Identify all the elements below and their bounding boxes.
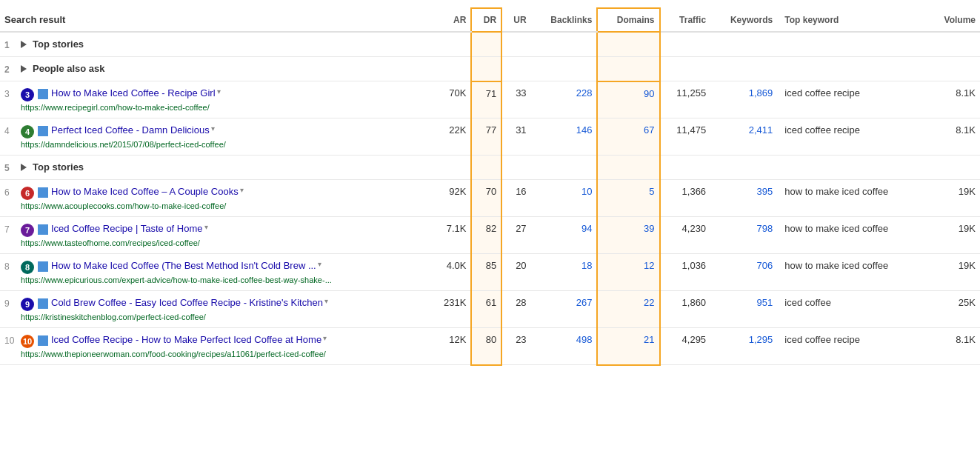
result-badge: 7 [21, 224, 34, 237]
favicon-icon [38, 126, 48, 136]
row-number: 3 [4, 89, 21, 99]
result-content: 6 How to Make Iced Coffee – A Couple Coo… [21, 186, 244, 210]
expand-icon[interactable] [21, 65, 27, 73]
section-title: Top stories [33, 161, 84, 173]
expand-icon[interactable] [21, 164, 27, 171]
result-link[interactable]: How to Make Iced Coffee (The Best Method… [51, 260, 316, 271]
dropdown-arrow-icon[interactable]: ▾ [211, 124, 215, 133]
section-volume [927, 57, 980, 81]
result-title-row: 7 Iced Coffee Recipe | Taste of Home ▾ [21, 223, 208, 237]
result-dr: 80 [471, 328, 501, 365]
result-traffic: 11,255 [660, 81, 711, 118]
section-cell: 2 People also ask [0, 57, 430, 81]
result-link[interactable]: Iced Coffee Recipe | Taste of Home [51, 223, 203, 234]
table-row: 7 7 Iced Coffee Recipe | Taste of Home ▾… [0, 217, 980, 254]
result-link[interactable]: Perfect Iced Coffee - Damn Delicious [51, 124, 210, 136]
dropdown-arrow-icon[interactable]: ▾ [240, 186, 244, 194]
result-link[interactable]: How to Make Iced Coffee - Recipe Girl [51, 87, 216, 98]
keywords-link[interactable]: 798 [757, 223, 773, 234]
result-traffic: 4,295 [660, 328, 711, 365]
keywords-link[interactable]: 706 [757, 260, 773, 271]
dropdown-arrow-icon[interactable]: ▾ [318, 260, 321, 268]
section-title: Top stories [33, 39, 84, 50]
section-ar [430, 32, 471, 57]
table-row: 3 3 How to Make Iced Coffee - Recipe Gir… [0, 81, 980, 118]
favicon-icon [38, 261, 48, 272]
section-backlinks [531, 156, 598, 180]
result-domains: 67 [597, 118, 659, 156]
result-badge: 3 [21, 88, 34, 101]
result-domains: 39 [597, 217, 659, 254]
keywords-link[interactable]: 2,411 [749, 124, 773, 136]
result-keywords: 706 [710, 254, 777, 291]
result-content: 7 Iced Coffee Recipe | Taste of Home ▾ h… [21, 223, 208, 247]
result-title-row: 4 Perfect Iced Coffee - Damn Delicious ▾ [21, 124, 226, 138]
result-dr: 85 [471, 254, 501, 291]
favicon-icon [38, 187, 48, 198]
result-dr: 71 [471, 81, 501, 118]
section-ur [501, 156, 530, 180]
result-top-keyword: how to make iced coffee [777, 254, 927, 291]
result-link[interactable]: How to Make Iced Coffee – A Couple Cooks [51, 186, 239, 197]
result-link[interactable]: Cold Brew Coffee - Easy Iced Coffee Reci… [51, 297, 323, 308]
row-number: 8 [4, 261, 21, 272]
serp-table: Search result AR DR UR Backlinks Domains… [0, 7, 980, 366]
table-row: 10 10 Iced Coffee Recipe - How to Make P… [0, 328, 980, 365]
result-dr: 77 [471, 118, 501, 156]
section-dr [471, 156, 501, 180]
result-content: 4 Perfect Iced Coffee - Damn Delicious ▾… [21, 124, 226, 149]
dropdown-arrow-icon[interactable]: ▾ [204, 223, 208, 231]
keywords-link[interactable]: 395 [757, 186, 773, 197]
col-header-top-keyword: Top keyword [777, 8, 927, 32]
result-ur: 28 [501, 291, 530, 328]
row-number: 4 [4, 126, 21, 136]
result-content: 10 Iced Coffee Recipe - How to Make Perf… [21, 334, 327, 358]
table-row: 9 9 Cold Brew Coffee - Easy Iced Coffee … [0, 291, 980, 328]
result-title-row: 9 Cold Brew Coffee - Easy Iced Coffee Re… [21, 297, 328, 311]
result-ar: 4.0K [430, 254, 471, 291]
keywords-link[interactable]: 1,295 [749, 334, 773, 345]
result-content: 3 How to Make Iced Coffee - Recipe Girl … [21, 87, 221, 112]
col-header-traffic: Traffic [660, 8, 711, 32]
result-top-keyword: iced coffee [777, 291, 927, 328]
section-traffic [660, 32, 711, 57]
result-backlinks: 94 [531, 217, 598, 254]
result-ur: 16 [501, 180, 530, 217]
keywords-link[interactable]: 1,869 [749, 87, 773, 98]
dropdown-arrow-icon[interactable]: ▾ [217, 87, 221, 96]
result-link[interactable]: Iced Coffee Recipe - How to Make Perfect… [51, 334, 321, 345]
result-top-keyword: how to make iced coffee [777, 180, 927, 217]
section-title: People also ask [33, 63, 105, 74]
row-number: 2 [4, 64, 21, 75]
result-backlinks: 10 [531, 180, 598, 217]
table-row: 6 6 How to Make Iced Coffee – A Couple C… [0, 180, 980, 217]
keywords-link[interactable]: 951 [757, 297, 773, 308]
dropdown-arrow-icon[interactable]: ▾ [323, 334, 327, 342]
result-ur: 23 [501, 328, 530, 365]
result-url: https://www.acouplecooks.com/how-to-make… [21, 201, 244, 210]
result-traffic: 4,230 [660, 217, 711, 254]
col-header-backlinks: Backlinks [531, 8, 598, 32]
result-volume: 25K [927, 291, 980, 328]
result-top-keyword: iced coffee recipe [777, 328, 927, 365]
result-badge: 4 [21, 125, 34, 138]
result-title-row: 6 How to Make Iced Coffee – A Couple Coo… [21, 186, 244, 200]
favicon-icon [38, 298, 48, 309]
result-cell: 10 10 Iced Coffee Recipe - How to Make P… [0, 328, 430, 365]
result-ar: 22K [430, 118, 471, 156]
section-backlinks [531, 57, 598, 81]
result-top-keyword: how to make iced coffee [777, 217, 927, 254]
result-backlinks: 18 [531, 254, 598, 291]
result-keywords: 951 [710, 291, 777, 328]
result-volume: 8.1K [927, 81, 980, 118]
result-keywords: 395 [710, 180, 777, 217]
result-url: https://damndelicious.net/2015/07/08/per… [21, 140, 226, 149]
expand-icon[interactable] [21, 41, 27, 48]
section-domains [597, 57, 659, 81]
section-keywords [710, 57, 777, 81]
row-number: 7 [4, 224, 21, 235]
section-top-keyword [777, 57, 927, 81]
section-cell: 1 Top stories [0, 32, 430, 57]
dropdown-arrow-icon[interactable]: ▾ [324, 297, 328, 305]
result-ar: 70K [430, 81, 471, 118]
